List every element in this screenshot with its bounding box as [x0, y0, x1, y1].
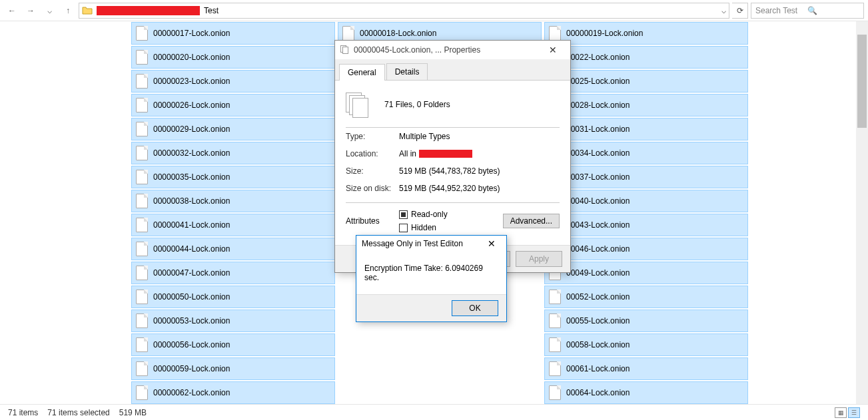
view-details[interactable]: ☰: [848, 407, 860, 418]
status-size: 519 MB: [119, 408, 147, 417]
readonly-checkbox[interactable]: Read-only: [399, 210, 448, 219]
view-toggle: ▦ ☰: [835, 407, 860, 418]
file-label: 00000019-Lock.onion: [566, 29, 643, 38]
file-label: 00000047-Lock.onion: [153, 268, 230, 278]
stacked-files-icon: [340, 45, 350, 55]
file-item[interactable]: 00000023-Lock.onion: [131, 70, 335, 93]
file-item[interactable]: 00052-Lock.onion: [544, 286, 748, 308]
file-item[interactable]: 00037-Lock.onion: [544, 166, 748, 188]
file-item[interactable]: 00000032-Lock.onion: [131, 142, 335, 164]
file-item[interactable]: 00055-Lock.onion: [544, 310, 748, 332]
file-item[interactable]: 00000019-Lock.onion: [544, 22, 748, 45]
file-item[interactable]: 00025-Lock.onion: [544, 70, 748, 93]
ok-button[interactable]: OK: [452, 300, 498, 316]
file-icon: [136, 146, 148, 160]
file-label: 00037-Lock.onion: [566, 172, 630, 182]
file-label: 00058-Lock.onion: [566, 340, 630, 349]
advanced-button[interactable]: Advanced...: [503, 214, 560, 228]
view-large-icons[interactable]: ▦: [835, 407, 847, 418]
message-dialog: Message Only in Test Editon ✕ Encryption…: [356, 235, 507, 322]
apply-button[interactable]: Apply: [516, 251, 562, 267]
file-icon: [136, 242, 148, 256]
search-input[interactable]: Search Test 🔍: [751, 3, 864, 19]
search-icon: 🔍: [807, 6, 859, 15]
file-item[interactable]: 00000053-Lock.onion: [131, 310, 335, 332]
file-icon: [136, 385, 148, 400]
file-icon: [136, 74, 148, 89]
file-item[interactable]: 00000026-Lock.onion: [131, 94, 335, 116]
file-item[interactable]: 00000035-Lock.onion: [131, 166, 335, 188]
file-label: 00000059-Lock.onion: [153, 364, 230, 373]
file-item[interactable]: 00000017-Lock.onion: [131, 22, 335, 45]
size-value: 519 MB (544,783,782 bytes): [399, 166, 500, 176]
file-label: 00031-Lock.onion: [566, 124, 630, 134]
file-label: 00000032-Lock.onion: [153, 148, 230, 158]
file-item[interactable]: 00000047-Lock.onion: [131, 262, 335, 284]
file-icon: [136, 194, 148, 208]
tab-details[interactable]: Details: [386, 63, 428, 80]
message-titlebar[interactable]: Message Only in Test Editon ✕: [356, 236, 506, 252]
summary-text: 71 Files, 0 Folders: [384, 100, 450, 109]
file-item[interactable]: 00043-Lock.onion: [544, 214, 748, 236]
file-item[interactable]: 00000041-Lock.onion: [131, 214, 335, 236]
chevron-down-icon[interactable]: ⌵: [721, 6, 726, 15]
file-item[interactable]: 00000029-Lock.onion: [131, 118, 335, 140]
hidden-checkbox[interactable]: Hidden: [399, 223, 448, 232]
file-item[interactable]: 00031-Lock.onion: [544, 118, 748, 140]
file-label: 00000020-Lock.onion: [153, 53, 230, 62]
refresh-button[interactable]: ⟳: [732, 3, 748, 19]
file-item[interactable]: 00049-Lock.onion: [544, 262, 748, 284]
file-label: 00000017-Lock.onion: [153, 29, 230, 38]
file-item[interactable]: 00046-Lock.onion: [544, 238, 748, 260]
up-button[interactable]: ↑: [60, 3, 76, 19]
recent-dropdown[interactable]: ⌵: [41, 3, 57, 19]
file-label: 00061-Lock.onion: [566, 364, 630, 373]
file-label: 00025-Lock.onion: [566, 77, 630, 86]
file-item[interactable]: 00000044-Lock.onion: [131, 238, 335, 260]
file-icon: [136, 170, 148, 184]
file-icon: [136, 218, 148, 232]
file-label: 00000038-Lock.onion: [153, 196, 230, 206]
file-label: 00000018-Lock.onion: [360, 29, 436, 38]
file-label: 00000041-Lock.onion: [153, 220, 230, 230]
file-icon: [136, 26, 148, 41]
file-item[interactable]: 00034-Lock.onion: [544, 142, 748, 164]
file-icon: [549, 385, 561, 400]
file-item[interactable]: 00028-Lock.onion: [544, 94, 748, 116]
file-item[interactable]: 00064-Lock.onion: [544, 381, 748, 404]
file-item[interactable]: 00040-Lock.onion: [544, 190, 748, 212]
file-icon: [549, 26, 561, 41]
file-item[interactable]: 00058-Lock.onion: [544, 333, 748, 356]
file-label: 00000056-Lock.onion: [153, 340, 230, 349]
file-icon: [549, 314, 561, 328]
tab-general[interactable]: General: [339, 64, 385, 81]
forward-button[interactable]: →: [23, 3, 39, 19]
properties-titlebar[interactable]: 00000045-Lock.onion, ... Properties ✕: [335, 41, 570, 59]
vertical-scrollbar[interactable]: [856, 21, 868, 404]
file-icon: [549, 361, 561, 376]
explorer-topbar: ← → ⌵ ↑ Test ⌵ ⟳ Search Test 🔍: [0, 0, 868, 21]
folder-icon: [82, 5, 93, 16]
file-item[interactable]: 00000056-Lock.onion: [131, 333, 335, 356]
file-label: 00040-Lock.onion: [566, 196, 630, 206]
status-selected: 71 items selected: [47, 408, 109, 417]
file-label: 00034-Lock.onion: [566, 148, 630, 158]
file-label: 00000050-Lock.onion: [153, 292, 230, 302]
file-item[interactable]: 00000059-Lock.onion: [131, 357, 335, 380]
file-item[interactable]: 00000020-Lock.onion: [131, 46, 335, 69]
file-item[interactable]: 00061-Lock.onion: [544, 357, 748, 380]
file-item[interactable]: 00000038-Lock.onion: [131, 190, 335, 212]
close-button[interactable]: ✕: [541, 43, 565, 57]
file-item[interactable]: 00022-Lock.onion: [544, 46, 748, 69]
back-button[interactable]: ←: [4, 3, 20, 19]
file-icon: [136, 98, 148, 112]
file-item[interactable]: 00000050-Lock.onion: [131, 286, 335, 308]
address-bar[interactable]: Test ⌵: [79, 3, 729, 19]
file-icon: [136, 122, 148, 136]
close-button[interactable]: ✕: [482, 238, 501, 249]
file-label: 00000044-Lock.onion: [153, 244, 230, 254]
file-item[interactable]: 00000062-Lock.onion: [131, 381, 335, 404]
file-label: 00000023-Lock.onion: [153, 77, 230, 86]
file-label: 00052-Lock.onion: [566, 292, 630, 302]
redacted-path: [97, 6, 200, 15]
